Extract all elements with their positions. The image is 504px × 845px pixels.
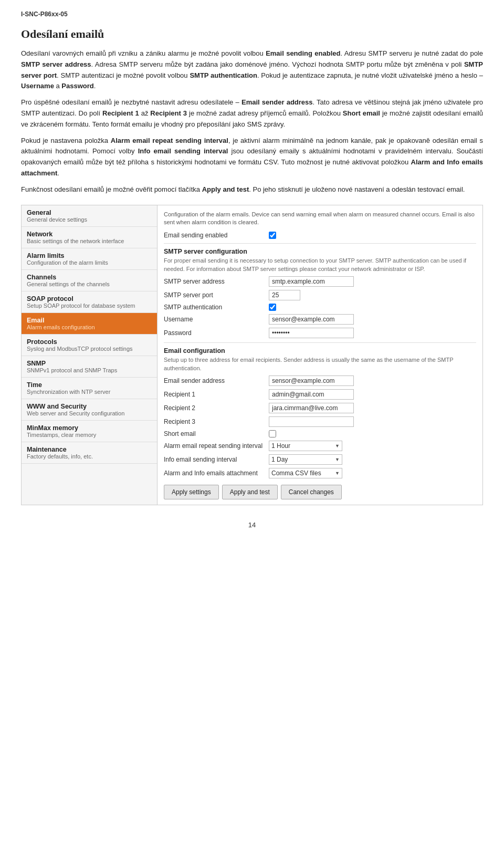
alarm-info-attachment-label: Alarm and Info emails attachment — [164, 470, 269, 477]
smtp-server-port-label: SMTP server port — [164, 291, 269, 299]
recipient3-label: Recipient 3 — [164, 418, 269, 425]
smtp-server-port-row: SMTP server port — [164, 290, 476, 300]
email-config-section-title: Email configuration — [164, 347, 476, 354]
alarm-info-attachment-row: Alarm and Info emails attachment Comma C… — [164, 468, 476, 478]
sidebar-item-alarm-limits[interactable]: Alarm limitsConfiguration of the alarm l… — [22, 248, 157, 270]
panel-header-desc: Configuration of the alarm emails. Devic… — [164, 211, 476, 227]
smtp-authentication-checkbox[interactable] — [269, 304, 276, 311]
sidebar-item-email[interactable]: EmailAlarm emails configuration — [22, 313, 157, 335]
password-row: Password — [164, 328, 476, 338]
body-paragraph: Funkčnost odesílaní emailů je možné ověř… — [21, 184, 483, 195]
sidebar-item-time[interactable]: TimeSynchronization with NTP server — [22, 378, 157, 399]
email-sending-label: Email sending enabled — [164, 232, 269, 239]
short-email-checkbox[interactable] — [269, 430, 276, 437]
smtp-server-address-input[interactable] — [269, 276, 354, 287]
sidebar-item-title: MinMax memory — [27, 424, 152, 432]
sidebar-item-maintenance[interactable]: MaintenanceFactory defaults, info, etc. — [22, 442, 157, 464]
sidebar-item-title: Maintenance — [27, 446, 152, 453]
right-panel: Configuration of the alarm emails. Devic… — [158, 205, 483, 505]
sidebar-item-sub: Timestamps, clear memory — [27, 432, 152, 438]
recipient1-label: Recipient 1 — [164, 391, 269, 398]
alarm-info-attachment-select-wrapper: Comma CSV files None — [269, 468, 342, 478]
alarm-email-repeat-label: Alarm email repeat sending interval — [164, 442, 269, 450]
cancel-changes-button[interactable]: Cancel changes — [281, 485, 342, 499]
recipient1-row: Recipient 1 — [164, 389, 476, 400]
sidebar-item-title: Email — [27, 317, 152, 324]
sidebar-item-snmp[interactable]: SNMPSNMPv1 protocol and SNMP Traps — [22, 356, 157, 378]
sidebar-item-sub: General device settings — [27, 216, 152, 223]
alarm-info-attachment-select[interactable]: Comma CSV files None — [269, 468, 342, 478]
sidebar-item-soap-protocol[interactable]: SOAP protocolSetup SOAP protocol for dat… — [22, 291, 157, 313]
smtp-server-address-row: SMTP server address — [164, 276, 476, 287]
sidebar-item-channels[interactable]: ChannelsGeneral settings of the channels — [22, 270, 157, 291]
email-sending-row: Email sending enabled — [164, 232, 476, 239]
short-email-label: Short email — [164, 430, 269, 437]
sidebar-item-title: General — [27, 209, 152, 216]
info-email-interval-select-wrapper: 1 Day 1 Hour 6 Hours 12 Hours — [269, 454, 342, 465]
recipient2-input[interactable] — [269, 403, 354, 413]
body-paragraph: Odesílaní varovných emailů při vzniku a … — [21, 48, 483, 92]
sidebar-item-protocols[interactable]: ProtocolsSyslog and ModbusTCP protocol s… — [22, 335, 157, 356]
sidebar-item-sub: Configuration of the alarm limits — [27, 259, 152, 266]
info-email-interval-label: Info email sending interval — [164, 456, 269, 463]
sidebar-item-title: SOAP protocol — [27, 295, 152, 302]
sidebar-item-sub: Basic settings of the network interface — [27, 238, 152, 244]
email-sender-address-input[interactable] — [269, 375, 354, 386]
sidebar-item-sub: Web server and Security configuration — [27, 410, 152, 416]
button-row: Apply settings Apply and test Cancel cha… — [164, 485, 476, 499]
sidebar-item-title: Channels — [27, 274, 152, 281]
email-sender-address-row: Email sender address — [164, 375, 476, 386]
email-sender-address-label: Email sender address — [164, 377, 269, 384]
body-paragraph: Pokud je nastavena položka Alarm email r… — [21, 135, 483, 179]
username-row: Username — [164, 314, 476, 325]
smtp-authentication-row: SMTP authentication — [164, 304, 476, 311]
sidebar-item-title: Time — [27, 381, 152, 389]
sidebar-item-title: Network — [27, 231, 152, 238]
sidebar-item-general[interactable]: GeneralGeneral device settings — [22, 205, 157, 227]
sidebar-item-sub: General settings of the channels — [27, 281, 152, 287]
recipient2-label: Recipient 2 — [164, 404, 269, 412]
sidebar-item-sub: Synchronization with NTP server — [27, 389, 152, 395]
apply-settings-button[interactable]: Apply settings — [164, 485, 219, 499]
username-label: Username — [164, 316, 269, 323]
info-email-interval-row: Info email sending interval 1 Day 1 Hour… — [164, 454, 476, 465]
sidebar: GeneralGeneral device settingsNetworkBas… — [21, 205, 158, 505]
smtp-section-desc: For proper email sending it is necessary… — [164, 257, 476, 273]
password-label: Password — [164, 329, 269, 337]
sidebar-item-title: Protocols — [27, 338, 152, 346]
email-config-section-desc: Setup up to three address for email reci… — [164, 356, 476, 372]
sidebar-item-www-and-security[interactable]: WWW and SecurityWeb server and Security … — [22, 399, 157, 421]
alarm-email-repeat-select-wrapper: 1 Hour 2 Hours 6 Hours 12 Hours 24 Hours — [269, 441, 342, 451]
recipient2-row: Recipient 2 — [164, 403, 476, 413]
sidebar-item-sub: Alarm emails configuration — [27, 324, 152, 330]
alarm-email-repeat-select[interactable]: 1 Hour 2 Hours 6 Hours 12 Hours 24 Hours — [269, 441, 342, 451]
sidebar-item-sub: Setup SOAP protocol for database system — [27, 302, 152, 309]
main-content: GeneralGeneral device settingsNetworkBas… — [21, 205, 483, 505]
sidebar-item-title: WWW and Security — [27, 403, 152, 410]
sidebar-item-sub: Factory defaults, info, etc. — [27, 453, 152, 460]
smtp-authentication-label: SMTP authentication — [164, 304, 269, 311]
smtp-section-title: SMTP server configuration — [164, 248, 476, 255]
page-title: Odesílaní emailů — [21, 27, 483, 41]
recipient3-input[interactable] — [269, 416, 354, 427]
body-paragraph: Pro úspěšné odesílaní emailů je nezbytné… — [21, 97, 483, 130]
sidebar-item-title: SNMP — [27, 360, 152, 367]
password-input[interactable] — [269, 328, 354, 338]
sidebar-item-sub: SNMPv1 protocol and SNMP Traps — [27, 367, 152, 373]
smtp-server-address-label: SMTP server address — [164, 278, 269, 285]
page-number: 14 — [21, 521, 483, 529]
header-id: I-SNC-P86xx-05 — [21, 11, 483, 18]
sidebar-item-minmax-memory[interactable]: MinMax memoryTimestamps, clear memory — [22, 421, 157, 442]
sidebar-item-network[interactable]: NetworkBasic settings of the network int… — [22, 227, 157, 248]
username-input[interactable] — [269, 314, 354, 325]
email-sending-checkbox[interactable] — [269, 232, 276, 239]
short-email-row: Short email — [164, 430, 476, 437]
recipient1-input[interactable] — [269, 389, 354, 400]
recipient3-row: Recipient 3 — [164, 416, 476, 427]
apply-and-test-button[interactable]: Apply and test — [222, 485, 278, 499]
alarm-email-repeat-row: Alarm email repeat sending interval 1 Ho… — [164, 441, 476, 451]
sidebar-item-title: Alarm limits — [27, 252, 152, 259]
info-email-interval-select[interactable]: 1 Day 1 Hour 6 Hours 12 Hours — [269, 454, 342, 465]
smtp-server-port-input[interactable] — [269, 290, 300, 300]
sidebar-item-sub: Syslog and ModbusTCP protocol settings — [27, 346, 152, 352]
